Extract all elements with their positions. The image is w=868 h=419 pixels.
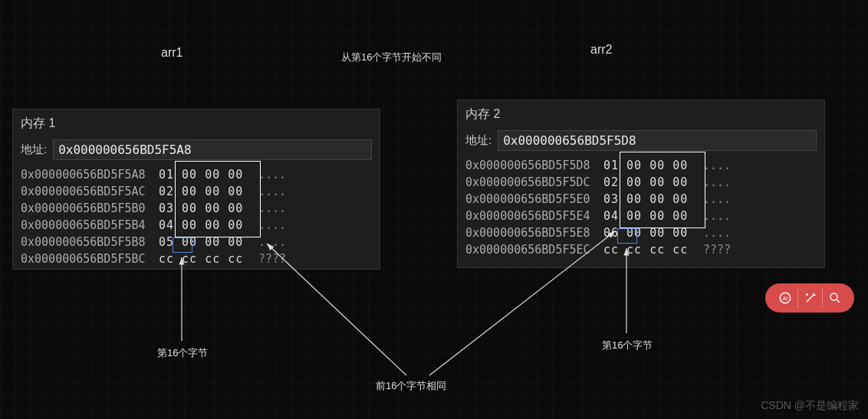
memory-bytes: 04 00 00 00: [159, 218, 251, 232]
memory-ascii: ....: [695, 159, 731, 172]
memory-address: 0x000000656BD5F5B0: [21, 201, 159, 215]
memory-panel-2: 内存 2 地址: 0x000000656BD5F5D801 00 00 00..…: [457, 100, 825, 268]
memory-address: 0x000000656BD5F5E4: [465, 209, 603, 223]
memory-row: 0x000000656BD5F5B003 00 00 00....: [21, 200, 372, 217]
arr2-label: arr2: [590, 43, 612, 57]
memory-address: 0x000000656BD5F5D8: [465, 159, 603, 172]
address-input-1[interactable]: [53, 139, 372, 160]
search-button[interactable]: [822, 288, 847, 308]
memory-address: 0x000000656BD5F5B8: [21, 235, 159, 249]
ai-button[interactable]: AI: [773, 288, 797, 308]
memory-address: 0x000000656BD5F5E8: [465, 226, 603, 240]
memory-ascii: ....: [251, 168, 286, 182]
memory-ascii: ....: [695, 226, 731, 240]
memory-bytes: 03 00 00 00: [603, 192, 695, 206]
memory-address: 0x000000656BD5F5AC: [21, 185, 159, 198]
memory-bytes: cc cc cc cc: [603, 243, 695, 257]
memory-address: 0x000000656BD5F5DC: [465, 175, 603, 189]
diff-from-16-label: 从第16个字节开始不同: [341, 51, 442, 64]
memory-bytes: cc cc cc cc: [159, 252, 251, 266]
memory-bytes: 02 00 00 00: [159, 185, 251, 198]
memory-address: 0x000000656BD5F5BC: [21, 252, 159, 266]
svg-line-7: [837, 300, 840, 303]
memory-row: 0x000000656BD5F5E404 00 00 00....: [465, 208, 817, 224]
address-label-2: 地址:: [465, 133, 492, 148]
memory-address: 0x000000656BD5F5B4: [21, 218, 159, 232]
memory-row: 0x000000656BD5F5E806 00 00 00....: [465, 224, 817, 241]
memory-row: 0x000000656BD5F5D801 00 00 00....: [465, 157, 817, 174]
memory-ascii: ....: [251, 185, 286, 198]
memory-table-1: 0x000000656BD5F5A801 00 00 00....0x00000…: [13, 166, 380, 273]
memory-bytes: 01 00 00 00: [603, 159, 695, 172]
svg-text:AI: AI: [783, 296, 788, 301]
memory-bytes: 05 00 00 00: [159, 235, 251, 249]
magic-wand-button[interactable]: [797, 288, 822, 308]
memory-table-2: 0x000000656BD5F5D801 00 00 00....0x00000…: [458, 157, 824, 264]
byte16-label-right: 第16个字节: [602, 339, 653, 352]
memory-ascii: ....: [251, 218, 286, 232]
memory-ascii: ....: [695, 192, 731, 206]
memory-row: 0x000000656BD5F5B805 00 00 00....: [21, 234, 372, 250]
svg-point-6: [830, 293, 837, 300]
memory-bytes: 06 00 00 00: [603, 226, 695, 240]
memory-row: 0x000000656BD5F5B404 00 00 00....: [21, 217, 372, 234]
watermark: CSDN @不是编程家: [761, 399, 859, 413]
memory-ascii: ....: [251, 235, 286, 249]
memory-ascii: ????: [251, 252, 286, 266]
first16-same-label: 前16个字节相同: [376, 379, 446, 393]
memory-ascii: ....: [695, 209, 731, 223]
memory-panel-1-title: 内存 1: [13, 110, 380, 136]
memory-panel-2-title: 内存 2: [458, 100, 824, 127]
memory-address: 0x000000656BD5F5E0: [465, 192, 603, 206]
memory-row: 0x000000656BD5F5ECcc cc cc cc????: [465, 241, 817, 258]
memory-ascii: ????: [695, 243, 731, 257]
memory-ascii: ....: [695, 175, 731, 189]
memory-address: 0x000000656BD5F5A8: [21, 168, 159, 182]
memory-address: 0x000000656BD5F5EC: [465, 243, 603, 257]
address-label-1: 地址:: [21, 142, 47, 157]
memory-ascii: ....: [251, 201, 286, 215]
memory-row: 0x000000656BD5F5AC02 00 00 00....: [21, 183, 372, 200]
floating-toolbar: AI: [765, 283, 854, 313]
memory-row: 0x000000656BD5F5DC02 00 00 00....: [465, 174, 817, 191]
address-input-2[interactable]: [498, 130, 817, 151]
memory-bytes: 01 00 00 00: [159, 168, 251, 182]
byte16-label-left: 第16个字节: [157, 346, 208, 360]
memory-panel-1: 内存 1 地址: 0x000000656BD5F5A801 00 00 00..…: [12, 109, 380, 270]
memory-bytes: 04 00 00 00: [603, 209, 695, 223]
memory-row: 0x000000656BD5F5BCcc cc cc cc????: [21, 250, 372, 267]
arr1-label: arr1: [161, 46, 182, 60]
memory-bytes: 03 00 00 00: [159, 201, 251, 215]
memory-bytes: 02 00 00 00: [603, 175, 695, 189]
memory-row: 0x000000656BD5F5A801 00 00 00....: [21, 166, 372, 183]
memory-row: 0x000000656BD5F5E003 00 00 00....: [465, 191, 817, 208]
